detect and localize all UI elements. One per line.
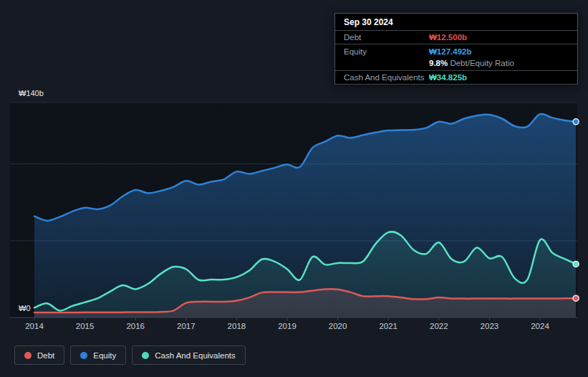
ratio-percent: 9.8% (429, 59, 448, 67)
tooltip-debt-value: ₩12.500b (429, 32, 467, 42)
legend-item-equity[interactable]: Equity (70, 345, 126, 365)
debt-dot-icon (24, 352, 32, 359)
tooltip-cash-label: Cash And Equivalents (344, 72, 429, 82)
tooltip-debt-label: Debt (344, 32, 429, 42)
y-axis-label: ₩140b (19, 89, 44, 97)
x-tick-label: 2020 (329, 322, 347, 330)
tooltip-debt-row: Debt ₩12.500b (335, 31, 577, 44)
chart-legend: Debt Equity Cash And Equivalents (14, 345, 246, 365)
debt-end-marker (573, 295, 579, 301)
x-tick-label: 2021 (379, 322, 397, 330)
equity-dot-icon (80, 352, 87, 359)
legend-item-cash[interactable]: Cash And Equivalents (132, 345, 246, 365)
x-tick-label: 2014 (25, 322, 44, 330)
y-axis-label: ₩0 (19, 304, 31, 312)
x-tick-label: 2018 (228, 322, 246, 330)
tooltip-equity-block: Equity ₩127.492b 9.8% Debt/Equity Ratio (335, 44, 577, 71)
tooltip-date: Sep 30 2024 (335, 14, 577, 31)
legend-equity-label: Equity (93, 351, 116, 360)
cash-dot-icon (142, 352, 149, 359)
x-tick-label: 2024 (531, 322, 549, 330)
cash-and-equivalents-end-marker (573, 261, 579, 267)
legend-item-debt[interactable]: Debt (14, 345, 64, 365)
legend-cash-label: Cash And Equivalents (155, 351, 236, 360)
x-tick-label: 2016 (126, 322, 145, 330)
legend-debt-label: Debt (37, 351, 54, 360)
equity-end-marker (573, 119, 579, 125)
x-axis: 2014201520162017201820192020202120222023… (10, 318, 577, 330)
tooltip-cash-row: Cash And Equivalents ₩34.825b (335, 71, 577, 85)
x-tick-label: 2015 (76, 322, 95, 330)
x-tick-label: 2022 (430, 322, 448, 330)
tooltip-debt-equity-ratio: 9.8% Debt/Equity Ratio (344, 57, 569, 69)
x-tick-label: 2023 (481, 322, 499, 330)
x-tick-label: 2019 (278, 322, 297, 330)
tooltip-cash-value: ₩34.825b (429, 72, 467, 82)
x-tick-label: 2017 (177, 322, 196, 330)
tooltip-equity-label: Equity (344, 47, 429, 57)
chart-tooltip: Sep 30 2024 Debt ₩12.500b Equity ₩127.49… (334, 13, 578, 85)
tooltip-equity-value: ₩127.492b (429, 47, 471, 57)
